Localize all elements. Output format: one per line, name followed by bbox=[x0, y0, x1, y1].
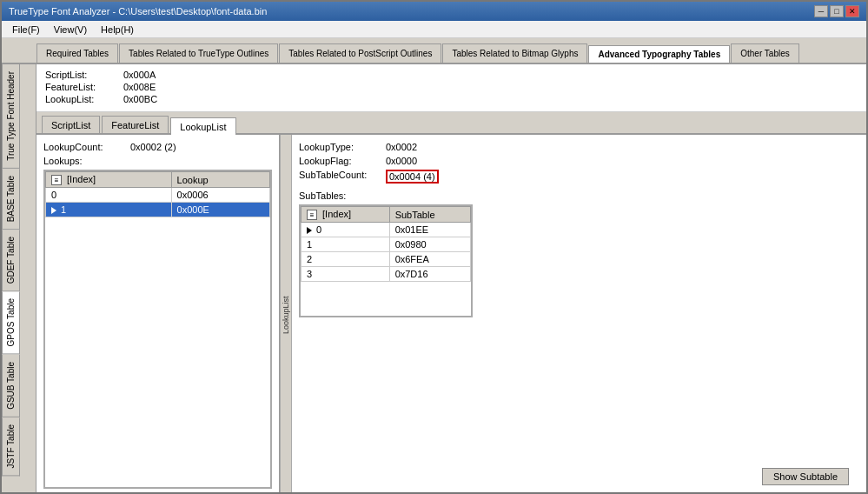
split-panel: LookupCount: 0x0002 (2) Lookups: ≡ [Inde… bbox=[36, 135, 866, 494]
left-panel: LookupCount: 0x0002 (2) Lookups: ≡ [Inde… bbox=[36, 135, 280, 494]
sidebar-tab-gpos[interactable]: GPOS Table bbox=[2, 291, 20, 354]
sidebar-tab-gsub[interactable]: GSUB Table bbox=[2, 355, 20, 417]
vertical-tab-list: True Type Font Header BASE Table GDEF Ta… bbox=[2, 64, 20, 494]
title-bar-controls: ─ □ ✕ bbox=[814, 5, 859, 17]
menu-file[interactable]: File(F) bbox=[5, 23, 47, 37]
sidebar-tab-gdef[interactable]: GDEF Table bbox=[2, 230, 20, 291]
close-button[interactable]: ✕ bbox=[845, 5, 859, 17]
sub-row1-value: 0x0980 bbox=[389, 237, 470, 252]
sub-tab-scriptlist[interactable]: ScriptList bbox=[42, 116, 100, 133]
lookuplist-value: 0x00BC bbox=[123, 94, 157, 104]
lookup-count-row: LookupCount: 0x0002 (2) bbox=[43, 142, 272, 152]
tab-required-tables[interactable]: Required Tables bbox=[36, 43, 118, 63]
scriptlist-row: ScriptList: 0x000A bbox=[45, 70, 858, 80]
lookup-type-row: LookupType: 0x0002 bbox=[299, 142, 859, 152]
row0-index: 0 bbox=[46, 188, 172, 203]
sub-row3-index: 3 bbox=[301, 267, 390, 282]
lookup-flag-row: LookupFlag: 0x0000 bbox=[299, 156, 859, 166]
lookup-type-label: LookupType: bbox=[299, 142, 386, 152]
sub-col-header-index: ≡ [Index] bbox=[301, 207, 390, 223]
row0-value: 0x0006 bbox=[171, 188, 269, 203]
col-header-lookup: Lookup bbox=[171, 172, 269, 188]
sub-tab-bar: ScriptList FeatureList LookupList bbox=[36, 112, 866, 135]
sub-row3-value: 0x7D16 bbox=[389, 267, 470, 282]
menu-help[interactable]: Help(H) bbox=[94, 23, 141, 37]
sub-col-header-subtable: SubTable bbox=[389, 207, 470, 223]
sub-table-row-2[interactable]: 2 0x6FEA bbox=[301, 252, 471, 267]
lookup-count-value: 0x0002 (2) bbox=[130, 142, 176, 152]
tab-bitmap-glyphs[interactable]: Tables Related to Bitmap Glyphs bbox=[442, 43, 587, 63]
sub-table-row-1[interactable]: 1 0x0980 bbox=[301, 237, 471, 252]
sub-row0-index: 0 bbox=[301, 223, 390, 237]
subtable-count-value: 0x0004 (4) bbox=[386, 170, 439, 184]
subtables-label: SubTables: bbox=[299, 190, 859, 201]
sub-row2-value: 0x6FEA bbox=[389, 252, 470, 267]
sub-row-arrow-icon bbox=[307, 227, 312, 234]
tab-other-tables[interactable]: Other Tables bbox=[731, 43, 799, 63]
title-bar-title: TrueType Font Analyzer - C:\Users\test\D… bbox=[9, 6, 814, 17]
menu-bar: File(F) View(V) Help(H) bbox=[2, 21, 866, 38]
lookup-flag-value: 0x0000 bbox=[386, 156, 417, 166]
main-tab-bar: Required Tables Tables Related to TrueTy… bbox=[2, 38, 866, 64]
featurelist-row: FeatureList: 0x008E bbox=[45, 82, 858, 92]
tab-truetype-outlines[interactable]: Tables Related to TrueType Outlines bbox=[119, 43, 278, 63]
subtables-table-container: ≡ [Index] SubTable bbox=[299, 204, 473, 317]
header-info-panel: ScriptList: 0x000A FeatureList: 0x008E L… bbox=[36, 64, 866, 112]
content-area: ScriptList: 0x000A FeatureList: 0x008E L… bbox=[36, 64, 866, 494]
sidebar-tab-base[interactable]: BASE Table bbox=[2, 169, 20, 230]
lookup-type-value: 0x0002 bbox=[386, 142, 417, 152]
sub-row1-index: 1 bbox=[301, 237, 390, 252]
menu-view[interactable]: View(V) bbox=[47, 23, 94, 37]
maximize-button[interactable]: □ bbox=[830, 5, 844, 17]
sub-tab-lookuplist[interactable]: LookupList bbox=[170, 117, 235, 135]
sub-table-row-3[interactable]: 3 0x7D16 bbox=[301, 267, 471, 282]
sub-table-row-0[interactable]: 0 0x01EE bbox=[301, 223, 471, 237]
sidebar-tab-font-header[interactable]: True Type Font Header bbox=[2, 64, 20, 169]
lookup-count-label: LookupCount: bbox=[43, 142, 130, 152]
row-arrow-icon bbox=[51, 207, 56, 214]
lookup-separator: LookupList bbox=[280, 135, 292, 494]
sidebar-tab-jstf[interactable]: JSTF Table bbox=[2, 417, 20, 476]
scriptlist-label: ScriptList: bbox=[45, 70, 123, 80]
row1-value: 0x000E bbox=[171, 203, 269, 217]
minimize-button[interactable]: ─ bbox=[814, 5, 828, 17]
table-icon: ≡ bbox=[51, 175, 62, 185]
lookups-table: ≡ [Index] Lookup 0 bbox=[45, 171, 270, 217]
sub-row0-value: 0x01EE bbox=[389, 223, 470, 237]
table-row-selected[interactable]: 1 0x000E bbox=[46, 203, 270, 217]
tab-postscript-outlines[interactable]: Tables Related to PostScript Outlines bbox=[279, 43, 441, 63]
right-panel: LookupType: 0x0002 LookupFlag: 0x0000 Su… bbox=[292, 135, 866, 494]
table-row[interactable]: 0 0x0006 bbox=[46, 188, 270, 203]
lookups-label: Lookups: bbox=[43, 156, 272, 166]
col-header-index: ≡ [Index] bbox=[46, 172, 172, 188]
lookups-table-container: ≡ [Index] Lookup 0 bbox=[43, 170, 272, 489]
row1-index: 1 bbox=[46, 203, 172, 217]
featurelist-label: FeatureList: bbox=[45, 82, 123, 92]
sub-row2-index: 2 bbox=[301, 252, 390, 267]
subtable-count-row: SubTableCount: 0x0004 (4) bbox=[299, 170, 859, 184]
lookuplist-label: LookupList: bbox=[45, 94, 123, 104]
title-bar: TrueType Font Analyzer - C:\Users\test\D… bbox=[2, 2, 866, 21]
show-subtable-button[interactable]: Show Subtable bbox=[762, 468, 849, 485]
lookuplist-row: LookupList: 0x00BC bbox=[45, 94, 858, 104]
sidebar: True Type Font Header BASE Table GDEF Ta… bbox=[2, 64, 36, 494]
subtables-table: ≡ [Index] SubTable bbox=[301, 206, 471, 282]
subtable-count-label: SubTableCount: bbox=[299, 170, 386, 184]
scriptlist-value: 0x000A bbox=[123, 70, 156, 80]
sub-tab-featurelist[interactable]: FeatureList bbox=[102, 116, 169, 133]
featurelist-value: 0x008E bbox=[123, 82, 156, 92]
lookup-flag-label: LookupFlag: bbox=[299, 156, 386, 166]
tab-advanced-typography[interactable]: Advanced Typography Tables bbox=[588, 45, 730, 64]
subtable-icon: ≡ bbox=[307, 210, 317, 220]
